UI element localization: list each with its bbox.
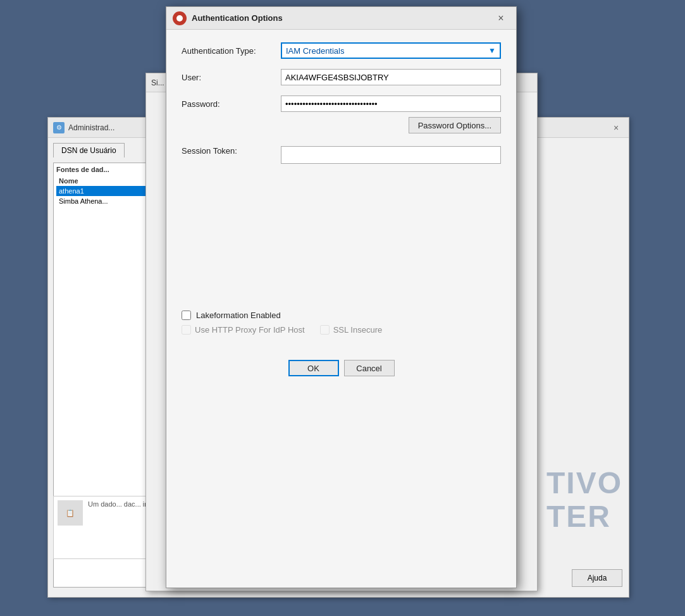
options-row: Use HTTP Proxy For IdP Host SSL Insecure <box>182 325 501 335</box>
user-row: User: <box>182 69 501 85</box>
ajuda-button[interactable]: Ajuda <box>572 569 622 587</box>
description-icon: 📋 <box>58 500 83 526</box>
http-proxy-checkbox[interactable] <box>182 325 191 335</box>
auth-titlebar: Authentication Options × <box>166 7 516 30</box>
ok-button[interactable]: OK <box>288 360 339 376</box>
password-label: Password: <box>182 99 273 109</box>
watermark-line1: TIVO <box>546 467 622 500</box>
watermark: TIVO TER <box>546 467 622 534</box>
auth-body: Authentication Type: IAM Credentials ▼ U… <box>166 30 516 352</box>
password-input[interactable] <box>281 95 501 112</box>
app-logo <box>173 11 187 25</box>
auth-type-value: IAM Credentials <box>286 46 344 56</box>
user-input[interactable] <box>281 69 501 85</box>
auth-footer: OK Cancel <box>166 352 516 386</box>
admin-panel-title: Fontes de dad... <box>56 166 151 173</box>
ssl-insecure-checkbox[interactable] <box>320 325 330 335</box>
auth-close-button[interactable]: × <box>492 9 510 27</box>
ssl-insecure-item: SSL Insecure <box>320 325 383 335</box>
auth-type-row: Authentication Type: IAM Credentials ▼ <box>182 42 501 59</box>
password-options-button[interactable]: Password Options... <box>409 117 501 133</box>
session-token-input[interactable] <box>281 146 501 164</box>
admin-list-header: Nome <box>56 176 151 186</box>
cancel-button[interactable]: Cancel <box>344 360 395 376</box>
auth-type-label: Authentication Type: <box>182 46 273 56</box>
auth-type-dropdown[interactable]: IAM Credentials ▼ <box>281 42 501 59</box>
session-token-row: Session Token: <box>182 146 501 164</box>
app-logo-inner <box>176 15 183 22</box>
admin-icon: ⚙ <box>53 122 65 133</box>
http-proxy-item: Use HTTP Proxy For IdP Host <box>182 325 305 335</box>
password-section: Password: Password Options... <box>182 95 501 133</box>
admin-close-button[interactable]: × <box>608 120 624 135</box>
admin-tab-dsn[interactable]: DSN de Usuário <box>53 143 125 157</box>
ajuda-btn-label[interactable]: Ajuda <box>572 569 622 587</box>
dropdown-arrow-icon: ▼ <box>488 46 496 55</box>
ssl-insecure-label: SSL Insecure <box>333 325 383 335</box>
admin-title: Administrad... <box>68 123 114 132</box>
auth-dialog-title: Authentication Options <box>192 13 487 23</box>
lakeformation-label: Lakeformation Enabled <box>196 311 281 320</box>
password-options-row: Password Options... <box>182 117 501 133</box>
http-proxy-label: Use HTTP Proxy For IdP Host <box>195 325 305 335</box>
spacer <box>182 174 501 300</box>
lakeformation-checkbox[interactable] <box>182 311 191 320</box>
session-token-label: Session Token: <box>182 146 273 156</box>
admin-list-item-simba[interactable]: Simba Athena... <box>56 196 151 206</box>
admin-list-item-athena1[interactable]: athena1 <box>56 186 151 196</box>
watermark-line2: TER <box>546 500 622 534</box>
auth-dialog: Authentication Options × Authentication … <box>166 6 517 588</box>
user-label: User: <box>182 73 273 82</box>
checkbox-group: Lakeformation Enabled Use HTTP Proxy For… <box>182 311 501 340</box>
lakeformation-row: Lakeformation Enabled <box>182 311 501 320</box>
password-row: Password: <box>182 95 501 112</box>
dsn-title: Si... <box>151 78 164 87</box>
